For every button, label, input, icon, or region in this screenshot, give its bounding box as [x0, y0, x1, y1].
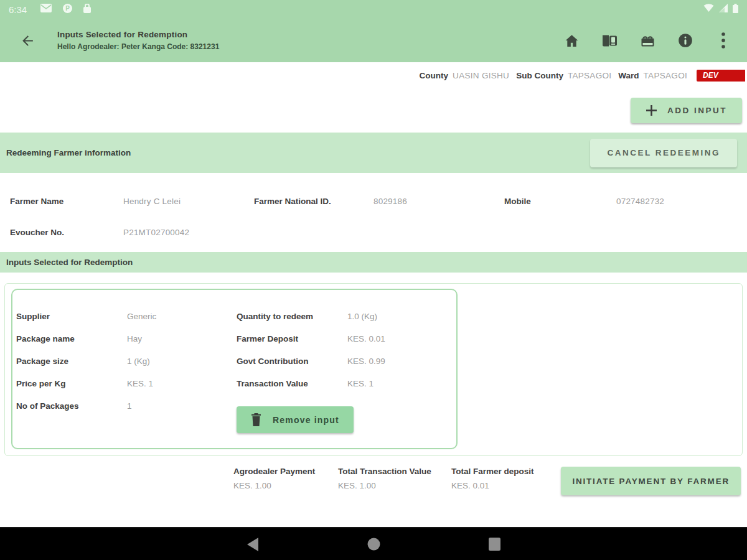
app-screen: 6:34 P [0, 0, 747, 560]
ward-label: Ward [618, 71, 639, 80]
lock-notification-icon [83, 4, 91, 16]
farmer-national-id-label: Farmer National ID. [254, 197, 374, 206]
status-notification-icons: P [40, 4, 91, 16]
farmer-deposit-value: KES. 0.01 [347, 334, 385, 343]
cell-signal-icon [718, 4, 728, 15]
remove-input-button[interactable]: Remove input [237, 406, 354, 433]
mobile-value: 0727482732 [616, 197, 745, 206]
status-bar: 6:34 P [0, 0, 747, 19]
evoucher-value: P21MT02700042 [123, 228, 254, 237]
sub-county-label: Sub County [516, 71, 563, 80]
package-name-row: Package name Hay [16, 327, 233, 350]
supplier-label: Supplier [16, 312, 127, 321]
farmer-name-value: Hendry C Lelei [123, 197, 254, 206]
package-size-label: Package size [16, 357, 127, 366]
nav-home-button[interactable] [365, 536, 382, 553]
no-of-packages-label: No of Packages [16, 401, 127, 411]
package-size-value: 1 (Kg) [127, 357, 150, 366]
add-input-button[interactable]: ADD INPUT [631, 98, 742, 123]
inputs-panel: Supplier Generic Package name Hay Packag… [4, 283, 743, 456]
email-notification-icon [40, 4, 52, 15]
header: 6:34 P [0, 0, 747, 62]
package-size-row: Package size 1 (Kg) [16, 350, 233, 372]
inputs-section-bar: Inputs Selected for Redemption [0, 252, 747, 273]
package-name-label: Package name [16, 334, 127, 343]
farmer-section-bar: Redeeming Farmer information CANCEL REDE… [0, 133, 747, 173]
county-label: County [420, 71, 449, 80]
sub-county-value: TAPSAGOI [568, 71, 611, 80]
trash-icon [251, 413, 261, 426]
catalog-book-button[interactable] [601, 32, 618, 49]
farmer-info-grid: Farmer Name Hendry C Lelei Farmer Nation… [10, 185, 745, 248]
quantity-value: 1.0 (Kg) [347, 312, 377, 321]
no-of-packages-row: No of Packages 1 [16, 394, 233, 417]
payment-summary-row: Agrodealer Payment KES. 1.00 Total Trans… [0, 467, 747, 495]
supplier-row: Supplier Generic [16, 305, 233, 327]
quantity-label: Quantity to redeem [237, 312, 347, 321]
transaction-value-label: Transaction Value [237, 379, 347, 388]
svg-text:P: P [65, 5, 70, 12]
transaction-value-row: Transaction Value KES. 1 [237, 372, 453, 394]
location-bar: County UASIN GISHU Sub County TAPSAGOI W… [0, 65, 747, 86]
package-name-value: Hay [127, 334, 142, 343]
remove-input-label: Remove input [273, 415, 339, 425]
farmer-national-id-value: 8029186 [374, 197, 504, 206]
app-bar-titles: Inputs Selected for Redemption Hello Agr… [57, 30, 219, 51]
battery-icon [733, 4, 738, 16]
total-farmer-deposit-label: Total Farmer deposit [451, 467, 553, 476]
clock: 6:34 [9, 4, 27, 15]
input-item-card: Supplier Generic Package name Hay Packag… [11, 289, 458, 449]
page-title: Inputs Selected for Redemption [57, 30, 219, 39]
nav-back-button[interactable] [245, 536, 261, 553]
gift-basket-button[interactable] [639, 32, 656, 49]
transaction-value-value: KES. 1 [347, 379, 374, 388]
ward-value: TAPSAGOI [644, 71, 687, 80]
county-field: County UASIN GISHU [420, 71, 510, 80]
info-button[interactable] [677, 32, 694, 49]
app-notification-icon: P [63, 4, 72, 16]
inputs-section-title: Inputs Selected for Redemption [6, 258, 133, 267]
app-bar: Inputs Selected for Redemption Hello Agr… [0, 19, 747, 62]
agrodealer-payment-value: KES. 1.00 [233, 481, 338, 490]
quantity-row: Quantity to redeem 1.0 (Kg) [237, 305, 453, 327]
status-system-icons [703, 4, 738, 16]
total-farmer-deposit-value: KES. 0.01 [451, 481, 553, 490]
farmer-section-title: Redeeming Farmer information [6, 148, 131, 157]
input-card-right-column: Quantity to redeem 1.0 (Kg) Farmer Depos… [237, 305, 453, 394]
plus-icon [646, 105, 657, 116]
mobile-label: Mobile [504, 197, 616, 206]
add-input-label: ADD INPUT [667, 106, 727, 115]
farmer-deposit-label: Farmer Deposit [237, 334, 347, 343]
nav-recents-button[interactable] [486, 536, 502, 553]
govt-contribution-value: KES. 0.99 [347, 357, 385, 366]
overflow-menu-button[interactable] [715, 32, 732, 49]
android-navigation-bar [0, 527, 747, 560]
page-subtitle: Hello Agrodealer: Peter Kanga Code: 8321… [57, 42, 219, 51]
home-button[interactable] [563, 32, 580, 49]
input-card-left-column: Supplier Generic Package name Hay Packag… [16, 305, 233, 417]
farmer-deposit-row: Farmer Deposit KES. 0.01 [237, 327, 453, 350]
supplier-value: Generic [127, 312, 156, 321]
county-value: UASIN GISHU [453, 71, 509, 80]
back-button[interactable] [17, 30, 37, 50]
cancel-redeeming-button[interactable]: CANCEL REDEEMING [590, 139, 737, 167]
dev-environment-badge: DEV [697, 70, 745, 82]
evoucher-label: Evoucher No. [10, 228, 123, 237]
govt-contribution-row: Govt Contribution KES. 0.99 [237, 350, 453, 372]
total-transaction-value-value: KES. 1.00 [338, 481, 451, 490]
price-per-kg-label: Price per Kg [16, 379, 127, 388]
add-input-row: ADD INPUT [631, 98, 742, 123]
price-per-kg-value: KES. 1 [127, 379, 153, 388]
ward-field: Ward TAPSAGOI [618, 71, 687, 80]
govt-contribution-label: Govt Contribution [237, 357, 347, 366]
app-bar-actions [563, 32, 732, 49]
wifi-icon [703, 4, 714, 15]
total-farmer-deposit-field: Total Farmer deposit KES. 0.01 [451, 467, 553, 490]
agrodealer-payment-field: Agrodealer Payment KES. 1.00 [233, 467, 338, 490]
total-transaction-value-label: Total Transaction Value [338, 467, 451, 476]
no-of-packages-value: 1 [127, 401, 132, 411]
agrodealer-payment-label: Agrodealer Payment [233, 467, 338, 476]
total-transaction-value-field: Total Transaction Value KES. 1.00 [338, 467, 451, 490]
sub-county-field: Sub County TAPSAGOI [516, 71, 611, 80]
initiate-payment-button[interactable]: INITIATE PAYMENT BY FARMER [561, 467, 741, 495]
